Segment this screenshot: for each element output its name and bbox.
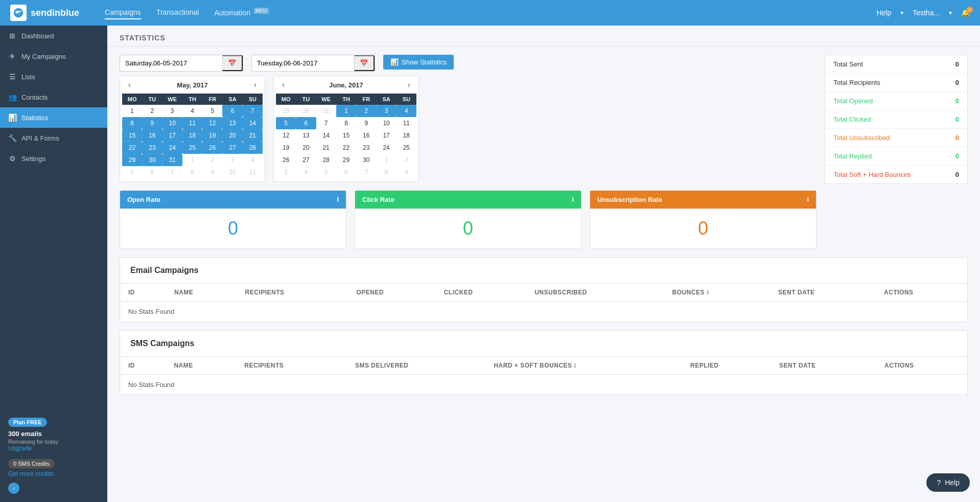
cal-day[interactable]: 6 (142, 166, 162, 178)
cal-day[interactable]: 7 (162, 166, 182, 178)
help-link[interactable]: Help (876, 9, 891, 17)
cal-day[interactable]: 4 (182, 105, 202, 117)
cal-day[interactable]: 1 (182, 154, 202, 166)
cal-day[interactable]: 21 (243, 129, 263, 142)
cal-day[interactable]: 3 (222, 154, 242, 166)
cal-day[interactable]: 7 (356, 166, 376, 178)
cal-day[interactable]: 13 (222, 117, 242, 129)
cal-day[interactable]: 10 (222, 166, 242, 178)
get-credits-link[interactable]: Get more credits (8, 470, 99, 477)
user-menu[interactable]: Testha... (913, 9, 940, 17)
cal-day[interactable]: 24 (162, 142, 182, 154)
cal-day[interactable]: 6 (222, 105, 242, 117)
cal-day[interactable]: 26 (202, 142, 222, 154)
cal-day[interactable]: 12 (202, 117, 222, 129)
cal-day[interactable]: 19 (276, 142, 296, 154)
cal-day[interactable]: 27 (296, 154, 316, 166)
cal-day[interactable]: 9 (142, 117, 162, 129)
cal-day[interactable]: 18 (182, 129, 202, 142)
cal-day[interactable]: 21 (316, 142, 336, 154)
right-cal-prev[interactable]: ‹ (279, 79, 288, 90)
cal-day[interactable]: 13 (296, 129, 316, 142)
cal-day[interactable]: 8 (182, 166, 202, 178)
nav-transactional[interactable]: Transactional (156, 6, 199, 19)
cal-day[interactable]: 30 (296, 105, 316, 117)
cal-day[interactable]: 10 (162, 117, 182, 129)
cal-day[interactable]: 9 (202, 166, 222, 178)
sidebar-collapse-btn[interactable]: ‹ (8, 483, 19, 494)
cal-day[interactable]: 11 (396, 117, 416, 129)
cal-day[interactable]: 7 (243, 105, 263, 117)
cal-day[interactable]: 29 (276, 105, 296, 117)
show-stats-button[interactable]: 📊 Show Statistics (383, 55, 454, 70)
cal-day[interactable]: 1 (122, 105, 142, 117)
click-rate-info-icon[interactable]: ℹ (572, 196, 574, 203)
start-date-input[interactable] (120, 56, 222, 70)
sms-bounces-info-icon[interactable]: ℹ (574, 362, 576, 369)
cal-day[interactable]: 28 (243, 142, 263, 154)
cal-day[interactable]: 5 (276, 117, 296, 129)
cal-day[interactable]: 6 (336, 166, 356, 178)
cal-day[interactable]: 30 (142, 154, 162, 166)
cal-day[interactable]: 25 (182, 142, 202, 154)
cal-day[interactable]: 27 (222, 142, 242, 154)
cal-day[interactable]: 9 (396, 166, 416, 178)
cal-day[interactable]: 16 (142, 129, 162, 142)
cal-day[interactable]: 29 (122, 154, 142, 166)
cal-day[interactable]: 11 (182, 117, 202, 129)
cal-day[interactable]: 19 (202, 129, 222, 142)
cal-day[interactable]: 6 (296, 117, 316, 129)
cal-day[interactable]: 26 (276, 154, 296, 166)
cal-day[interactable]: 22 (336, 142, 356, 154)
cal-day[interactable]: 15 (122, 129, 142, 142)
cal-day[interactable]: 22 (122, 142, 142, 154)
sidebar-item-lists[interactable]: ☰ Lists (0, 66, 107, 87)
cal-day[interactable]: 23 (356, 142, 376, 154)
cal-day[interactable]: 12 (276, 129, 296, 142)
cal-day[interactable]: 8 (122, 117, 142, 129)
cal-day[interactable]: 10 (376, 117, 396, 129)
cal-day[interactable]: 18 (396, 129, 416, 142)
sidebar-item-settings[interactable]: ⚙ Settings (0, 148, 107, 169)
cal-day[interactable]: 8 (336, 117, 356, 129)
cal-day[interactable]: 20 (296, 142, 316, 154)
sidebar-item-my-campaigns[interactable]: ✈ My Campaigns (0, 46, 107, 66)
cal-day[interactable]: 3 (376, 105, 396, 117)
cal-day[interactable]: 11 (243, 166, 263, 178)
cal-day[interactable]: 2 (202, 154, 222, 166)
notification-bell[interactable]: 🔔 1 (961, 9, 970, 17)
cal-day[interactable]: 15 (336, 129, 356, 142)
nav-campaigns[interactable]: Campaigns (105, 6, 141, 19)
cal-day[interactable]: 4 (396, 105, 416, 117)
cal-day[interactable]: 14 (316, 129, 336, 142)
cal-day[interactable]: 2 (396, 154, 416, 166)
cal-day[interactable]: 14 (243, 117, 263, 129)
cal-day[interactable]: 30 (356, 154, 376, 166)
sidebar-item-contacts[interactable]: 👥 Contacts (0, 87, 107, 107)
open-rate-info-icon[interactable]: ℹ (337, 196, 339, 203)
end-date-input[interactable] (252, 56, 354, 70)
cal-day[interactable]: 9 (356, 117, 376, 129)
sidebar-item-dashboard[interactable]: ⊞ Dashboard (0, 26, 107, 46)
cal-day[interactable]: 29 (336, 154, 356, 166)
help-float-button[interactable]: ? Help (926, 473, 970, 492)
cal-day[interactable]: 17 (376, 129, 396, 142)
left-cal-next[interactable]: › (251, 79, 260, 90)
sidebar-item-api-forms[interactable]: 🔧 API & Forms (0, 128, 107, 148)
cal-day[interactable]: 31 (162, 154, 182, 166)
cal-day[interactable]: 17 (162, 129, 182, 142)
cal-day[interactable]: 1 (376, 154, 396, 166)
bounces-info-icon[interactable]: ℹ (707, 289, 709, 295)
left-cal-prev[interactable]: ‹ (125, 79, 134, 90)
nav-automation[interactable]: Automation BETA (214, 6, 269, 20)
cal-day[interactable]: 5 (122, 166, 142, 178)
sidebar-item-statistics[interactable]: 📊 Statistics (0, 107, 107, 128)
cal-day[interactable]: 31 (316, 105, 336, 117)
cal-day[interactable]: 3 (162, 105, 182, 117)
cal-day[interactable]: 23 (142, 142, 162, 154)
cal-day[interactable]: 5 (202, 105, 222, 117)
cal-day[interactable]: 20 (222, 129, 242, 142)
cal-day[interactable]: 2 (356, 105, 376, 117)
cal-day[interactable]: 28 (316, 154, 336, 166)
cal-day[interactable]: 1 (336, 105, 356, 117)
